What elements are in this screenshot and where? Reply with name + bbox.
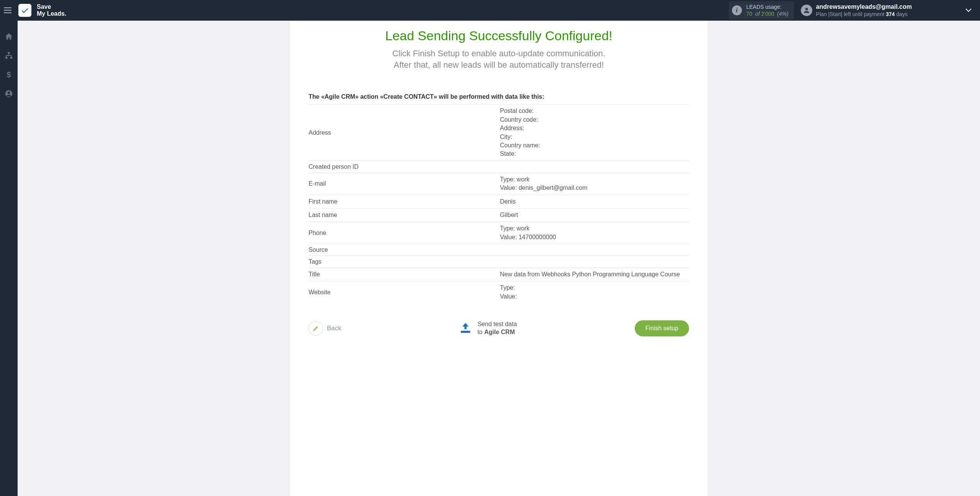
card: Lead Sending Successfully Configured! Cl… [290, 21, 707, 496]
row-label: Tags [309, 256, 500, 268]
row-value: Gilbert [500, 208, 689, 222]
content-area: Lead Sending Successfully Configured! Cl… [18, 21, 980, 496]
dollar-icon: $ [5, 70, 13, 79]
table-row: Tags [309, 256, 689, 268]
footer-row: Back Send test data to Agile CRM Finish … [290, 320, 707, 336]
svg-rect-5 [5, 57, 8, 59]
row-label: Website [309, 281, 500, 303]
home-icon [5, 32, 13, 41]
table-row: First nameDenis [309, 195, 689, 208]
row-value [500, 256, 689, 268]
svg-rect-1 [4, 10, 11, 11]
info-icon: i [732, 5, 742, 15]
row-label: E-mail [309, 173, 500, 195]
svg-rect-0 [4, 7, 11, 8]
back-label: Back [327, 325, 341, 332]
checkmark-icon [21, 6, 29, 15]
user-avatar-icon [801, 5, 812, 16]
hamburger-button[interactable] [0, 0, 15, 21]
usage-limit: 2'000 [761, 11, 774, 17]
row-label: Last name [309, 208, 500, 222]
table-row: WebsiteType:Value: [309, 281, 689, 303]
svg-text:$: $ [7, 70, 11, 79]
row-value: Denis [500, 195, 689, 208]
upload-icon [459, 322, 472, 335]
chevron-down-icon [965, 7, 972, 14]
svg-point-3 [805, 8, 808, 10]
row-value [500, 161, 689, 173]
logo-icon [18, 4, 31, 17]
hamburger-icon [4, 7, 11, 13]
row-label: Created person ID [309, 161, 500, 173]
row-label: Phone [309, 222, 500, 244]
sidebar-item-account[interactable] [5, 90, 13, 100]
table-row: Created person ID [309, 161, 689, 173]
usage-value: 70 [746, 11, 753, 17]
svg-point-9 [8, 91, 10, 94]
sidebar-item-home[interactable] [5, 32, 13, 42]
header-right: i LEADS usage: 70 of 2'000 (4%) andrewsa… [729, 1, 976, 20]
sidebar-item-connections[interactable] [5, 51, 13, 61]
svg-rect-4 [8, 52, 10, 54]
table-row: E-mailType: workValue: denis_gilbert@gma… [309, 173, 689, 195]
send-test-button[interactable]: Send test data to Agile CRM [459, 320, 517, 336]
success-subtitle: Click Finish Setup to enable auto-update… [290, 48, 707, 70]
row-value: Postal code:Country code:Address:City:Co… [500, 104, 689, 161]
back-button[interactable]: Back [309, 321, 341, 336]
usage-label: LEADS usage: [746, 3, 789, 10]
user-text: andrewsavemyleads@gmail.com Plan |Start|… [816, 3, 912, 18]
row-value: New data from Webhooks Python Programmin… [500, 268, 689, 281]
pencil-icon [313, 325, 319, 331]
sidebar-item-billing[interactable]: $ [5, 70, 13, 80]
row-value: Type: workValue: 14700000000 [500, 222, 689, 244]
action-description: The «Agile CRM» action «Create CONTACT» … [290, 93, 707, 100]
row-label: First name [309, 195, 500, 208]
header-left: Save My Leads. [0, 0, 66, 21]
header: Save My Leads. i LEADS usage: 70 of 2'00… [0, 0, 980, 21]
usage-box: i LEADS usage: 70 of 2'000 (4%) [729, 1, 794, 20]
person-icon [803, 7, 810, 14]
user-email: andrewsavemyleads@gmail.com [816, 3, 912, 11]
main-wrap: $ Lead Sending Successfully Configured! … [0, 21, 980, 496]
row-value [500, 244, 689, 256]
send-test-text: Send test data to Agile CRM [477, 320, 517, 336]
row-value: Type:Value: [500, 281, 689, 303]
sidebar: $ [0, 21, 18, 496]
logo-text: Save My Leads. [37, 3, 66, 18]
usage-text: LEADS usage: 70 of 2'000 (4%) [746, 3, 789, 17]
table-row: AddressPostal code:Country code:Address:… [309, 104, 689, 161]
user-circle-icon [5, 90, 13, 98]
row-label: Address [309, 104, 500, 161]
row-label: Source [309, 244, 500, 256]
row-value: Type: workValue: denis_gilbert@gmail.com [500, 173, 689, 195]
table-row: Last nameGilbert [309, 208, 689, 222]
svg-rect-2 [4, 12, 11, 13]
sitemap-icon [5, 51, 13, 60]
success-title: Lead Sending Successfully Configured! [290, 28, 707, 43]
finish-setup-button[interactable]: Finish setup [635, 320, 689, 336]
data-preview-table: AddressPostal code:Country code:Address:… [309, 104, 689, 303]
svg-rect-6 [10, 57, 12, 59]
usage-numbers: 70 of 2'000 (4%) [746, 10, 789, 17]
table-row: PhoneType: workValue: 14700000000 [309, 222, 689, 244]
user-menu[interactable]: andrewsavemyleads@gmail.com Plan |Start|… [801, 3, 975, 18]
user-plan: Plan |Start| left until payment 374 days [816, 11, 912, 18]
usage-of: of [754, 11, 761, 17]
table-row: Source [309, 244, 689, 256]
table-row: TitleNew data from Webhooks Python Progr… [309, 268, 689, 281]
usage-pct: (4%) [776, 11, 788, 17]
row-label: Title [309, 268, 500, 281]
back-icon-circle [309, 321, 323, 336]
